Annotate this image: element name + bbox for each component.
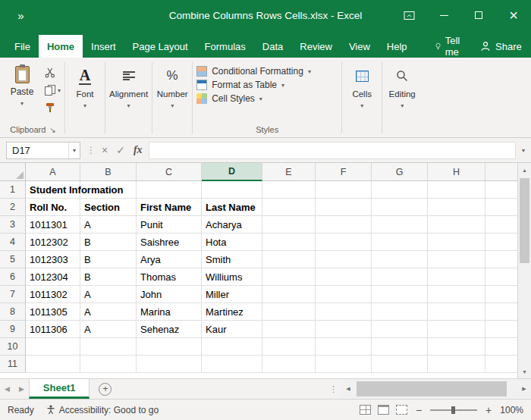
format-as-table-button[interactable]: Format as Table▾ [196,80,284,90]
cell-F10[interactable] [316,338,372,356]
sheet-nav-left-icon[interactable]: ◀ [0,385,14,393]
cell-G8[interactable] [372,303,428,321]
conditional-formatting-button[interactable]: Conditional Formatting▾ [196,66,311,77]
ribbon-group-number[interactable]: % Number ▾ [152,59,192,137]
cell-C1[interactable] [137,181,202,199]
cell-B6[interactable]: B [80,268,137,286]
cell-D10[interactable] [202,338,262,356]
tab-help[interactable]: Help [379,35,416,58]
cell-G11[interactable] [372,356,428,373]
cell-D5[interactable]: Smith [202,251,262,268]
cell-F8[interactable] [316,303,372,321]
name-box[interactable]: D17 ▾ [6,142,80,159]
new-sheet-button[interactable]: + [99,383,112,396]
cell-styles-button[interactable]: Cell Styles▾ [196,93,262,104]
cell-H7[interactable] [428,286,485,303]
cell-B2[interactable]: Section [80,199,137,216]
cell-H10[interactable] [428,338,485,356]
tab-review[interactable]: Review [291,35,341,58]
cell-A10[interactable] [26,338,80,356]
tab-split-handle-icon[interactable]: ⋮ [325,384,341,394]
cell-A5[interactable]: 1012303 [26,251,80,268]
cell-A11[interactable] [26,356,80,373]
cell-H1[interactable] [428,181,485,199]
cell-F1[interactable] [316,181,372,199]
horizontal-scroll-thumb[interactable] [357,381,507,396]
tab-insert[interactable]: Insert [83,35,124,58]
cell-G9[interactable] [372,321,428,338]
zoom-slider-thumb[interactable] [451,406,455,414]
zoom-slider[interactable] [430,409,477,411]
cell-A3[interactable]: 1011301 [26,216,80,234]
enter-button[interactable]: ✓ [116,144,125,156]
cell-H5[interactable] [428,251,485,268]
format-painter-button[interactable] [45,102,55,113]
cell-D2[interactable]: Last Name [202,199,262,216]
ribbon-display-options-button[interactable] [391,0,426,30]
vertical-scrollbar[interactable]: ▲ ▼ [517,163,531,378]
sheet-nav-right-icon[interactable]: ▶ [14,385,29,393]
column-header-C[interactable]: C [137,163,202,181]
cell-H3[interactable] [428,216,485,234]
cell-F7[interactable] [316,286,372,303]
cell-B5[interactable]: B [80,251,137,268]
cell-E7[interactable] [262,286,316,303]
page-break-view-button[interactable] [396,405,407,415]
cell-D6[interactable]: Williums [202,268,262,286]
maximize-button[interactable] [461,0,496,30]
cell-F6[interactable] [316,268,372,286]
cell-F4[interactable] [316,234,372,251]
row-header-6[interactable]: 6 [0,268,26,286]
row-header-9[interactable]: 9 [0,321,26,338]
formula-bar-expand-icon[interactable]: ▾ [522,147,525,154]
cell-H11[interactable] [428,356,485,373]
normal-view-button[interactable] [360,405,371,415]
cut-button[interactable] [45,67,55,78]
horizontal-scroll-track[interactable] [355,379,517,399]
cell-C10[interactable] [137,338,202,356]
tab-file[interactable]: File [6,35,39,58]
cell-D7[interactable]: Miller [202,286,262,303]
cell-E3[interactable] [262,216,316,234]
row-header-2[interactable]: 2 [0,199,26,216]
page-layout-view-button[interactable] [378,405,389,415]
cell-H4[interactable] [428,234,485,251]
cell-H9[interactable] [428,321,485,338]
row-header-5[interactable]: 5 [0,251,26,268]
cell-C2[interactable]: First Name [137,199,202,216]
ribbon-group-alignment[interactable]: Alignment ▾ [105,59,152,137]
share-button[interactable]: Share [471,35,531,58]
cell-F3[interactable] [316,216,372,234]
cell-H6[interactable] [428,268,485,286]
cell-B3[interactable]: A [80,216,137,234]
cell-E5[interactable] [262,251,316,268]
insert-function-button[interactable]: fx [134,144,143,156]
name-box-dropdown-icon[interactable]: ▾ [68,143,80,158]
cell-G4[interactable] [372,234,428,251]
cell-A2[interactable]: Roll No. [26,199,80,216]
sheet-tab-sheet1[interactable]: Sheet1 [29,379,90,399]
column-header-H[interactable]: H [428,163,485,181]
cell-C9[interactable]: Sehenaz [137,321,202,338]
copy-button[interactable]: ▾ [45,85,61,96]
cell-G7[interactable] [372,286,428,303]
cell-E9[interactable] [262,321,316,338]
cell-C7[interactable]: John [137,286,202,303]
tab-view[interactable]: View [341,35,379,58]
cell-B8[interactable]: A [80,303,137,321]
row-header-10[interactable]: 10 [0,338,26,356]
column-header-D[interactable]: D [202,163,262,181]
cell-E6[interactable] [262,268,316,286]
cell-B10[interactable] [80,338,137,356]
cell-F5[interactable] [316,251,372,268]
cell-F9[interactable] [316,321,372,338]
cell-D4[interactable]: Hota [202,234,262,251]
cell-D9[interactable]: Kaur [202,321,262,338]
cell-A1[interactable]: Student Information [26,181,80,199]
paste-button[interactable]: Paste ▾ [5,61,39,125]
cancel-button[interactable]: × [102,144,108,156]
cell-H8[interactable] [428,303,485,321]
column-header-F[interactable]: F [316,163,372,181]
vertical-scroll-thumb[interactable] [520,178,529,263]
row-header-3[interactable]: 3 [0,216,26,234]
